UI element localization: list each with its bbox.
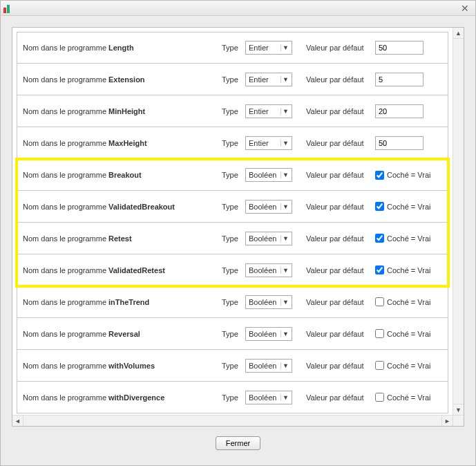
- chevron-down-icon: ▼: [280, 203, 290, 210]
- type-select[interactable]: Entier▼: [245, 136, 292, 150]
- default-checkbox[interactable]: [375, 234, 384, 243]
- type-value: Entier: [249, 107, 269, 115]
- type-select[interactable]: Booléen▼: [245, 263, 292, 277]
- parameter-row: Nom dans le programmeValidatedBreakoutTy…: [17, 191, 448, 223]
- default-checkbox[interactable]: [375, 202, 384, 211]
- default-checkbox-wrap[interactable]: Coché = Vrai: [375, 265, 431, 274]
- chevron-down-icon: ▼: [280, 171, 290, 178]
- name-label: Nom dans le programme: [23, 171, 104, 179]
- type-select[interactable]: Booléen▼: [245, 232, 292, 245]
- checked-label: Coché = Vrai: [387, 266, 431, 274]
- name-value: Reversal: [108, 330, 218, 338]
- default-label: Valeur par défaut: [306, 393, 371, 402]
- type-value: Booléen: [249, 362, 276, 370]
- default-label: Valeur par défaut: [306, 266, 371, 274]
- horizontal-scrollbar[interactable]: ◄ ►: [12, 415, 453, 426]
- dialog-window: ✕ Nom dans le programmeLengthTypeEntier▼…: [0, 0, 476, 466]
- default-input[interactable]: [375, 41, 423, 55]
- default-input[interactable]: [375, 136, 423, 150]
- default-checkbox[interactable]: [375, 361, 384, 370]
- scroll-left-icon[interactable]: ◄: [12, 416, 23, 427]
- name-value: ValidatedRetest: [108, 266, 218, 274]
- default-label: Valeur par défaut: [306, 171, 371, 179]
- parameter-row: Nom dans le programmeExtensionTypeEntier…: [17, 64, 448, 95]
- type-value: Booléen: [249, 393, 276, 402]
- parameter-row: Nom dans le programmeLengthTypeEntier▼Va…: [17, 32, 448, 64]
- type-label: Type: [222, 203, 241, 211]
- default-checkbox-wrap[interactable]: Coché = Vrai: [375, 393, 431, 402]
- chevron-down-icon: ▼: [280, 362, 290, 369]
- type-label: Type: [222, 44, 241, 52]
- default-checkbox-wrap[interactable]: Coché = Vrai: [375, 234, 431, 243]
- type-select[interactable]: Entier▼: [245, 104, 292, 118]
- name-label: Nom dans le programme: [23, 203, 104, 211]
- name-label: Nom dans le programme: [23, 266, 104, 274]
- default-label: Valeur par défaut: [306, 203, 371, 211]
- name-label: Nom dans le programme: [23, 139, 104, 147]
- default-checkbox[interactable]: [375, 393, 384, 402]
- parameter-row: Nom dans le programmeReversalTypeBooléen…: [17, 318, 448, 350]
- name-value: Breakout: [108, 171, 218, 179]
- default-input[interactable]: [375, 104, 423, 118]
- parameter-row: Nom dans le programmeMaxHeightTypeEntier…: [17, 127, 448, 159]
- type-label: Type: [222, 362, 241, 370]
- name-label: Nom dans le programme: [23, 44, 104, 52]
- type-select[interactable]: Entier▼: [245, 41, 292, 55]
- type-value: Booléen: [249, 203, 276, 211]
- type-value: Booléen: [249, 298, 276, 306]
- type-select[interactable]: Booléen▼: [245, 359, 292, 373]
- vertical-scrollbar[interactable]: ▲ ▼: [453, 28, 464, 415]
- close-button[interactable]: Fermer: [216, 436, 260, 450]
- checked-label: Coché = Vrai: [387, 171, 431, 179]
- type-select[interactable]: Booléen▼: [245, 391, 292, 404]
- name-value: withDivergence: [108, 393, 218, 402]
- name-label: Nom dans le programme: [23, 298, 104, 306]
- type-label: Type: [222, 139, 241, 147]
- chevron-down-icon: ▼: [280, 235, 290, 242]
- parameters-panel: Nom dans le programmeLengthTypeEntier▼Va…: [12, 27, 464, 427]
- chevron-down-icon: ▼: [280, 44, 290, 51]
- type-value: Entier: [249, 139, 269, 147]
- type-select[interactable]: Booléen▼: [245, 327, 292, 341]
- default-input[interactable]: [375, 73, 423, 86]
- scroll-up-icon[interactable]: ▲: [453, 28, 464, 39]
- name-label: Nom dans le programme: [23, 75, 104, 84]
- default-checkbox-wrap[interactable]: Coché = Vrai: [375, 171, 431, 180]
- type-select[interactable]: Booléen▼: [245, 295, 292, 309]
- default-checkbox[interactable]: [375, 329, 384, 338]
- default-checkbox[interactable]: [375, 265, 384, 274]
- default-checkbox-wrap[interactable]: Coché = Vrai: [375, 329, 431, 338]
- default-label: Valeur par défaut: [306, 362, 371, 370]
- parameter-row: Nom dans le programmeRetestTypeBooléen▼V…: [17, 223, 448, 254]
- type-label: Type: [222, 393, 241, 402]
- type-label: Type: [222, 330, 241, 338]
- name-label: Nom dans le programme: [23, 362, 104, 370]
- parameter-row: Nom dans le programmeinTheTrendTypeBoolé…: [17, 286, 448, 318]
- default-label: Valeur par défaut: [306, 234, 371, 243]
- scroll-down-icon[interactable]: ▼: [453, 404, 464, 415]
- name-label: Nom dans le programme: [23, 107, 104, 115]
- default-checkbox-wrap[interactable]: Coché = Vrai: [375, 297, 431, 306]
- chevron-down-icon: ▼: [280, 394, 290, 401]
- default-checkbox[interactable]: [375, 171, 384, 180]
- type-select[interactable]: Booléen▼: [245, 200, 292, 214]
- default-checkbox-wrap[interactable]: Coché = Vrai: [375, 361, 431, 370]
- name-value: MaxHeight: [108, 139, 218, 147]
- type-label: Type: [222, 298, 241, 306]
- type-value: Booléen: [249, 234, 276, 243]
- parameters-list: Nom dans le programmeLengthTypeEntier▼Va…: [12, 28, 453, 415]
- close-icon[interactable]: ✕: [457, 2, 473, 15]
- type-label: Type: [222, 107, 241, 115]
- default-checkbox-wrap[interactable]: Coché = Vrai: [375, 202, 431, 211]
- default-checkbox[interactable]: [375, 297, 384, 306]
- name-label: Nom dans le programme: [23, 330, 104, 338]
- scroll-right-icon[interactable]: ►: [441, 416, 453, 427]
- default-label: Valeur par défaut: [306, 139, 371, 147]
- default-label: Valeur par défaut: [306, 330, 371, 338]
- type-select[interactable]: Entier▼: [245, 73, 292, 86]
- name-value: ValidatedBreakout: [108, 203, 218, 211]
- type-select[interactable]: Booléen▼: [245, 168, 292, 182]
- default-label: Valeur par défaut: [306, 107, 371, 115]
- name-value: inTheTrend: [108, 298, 218, 306]
- type-label: Type: [222, 234, 241, 243]
